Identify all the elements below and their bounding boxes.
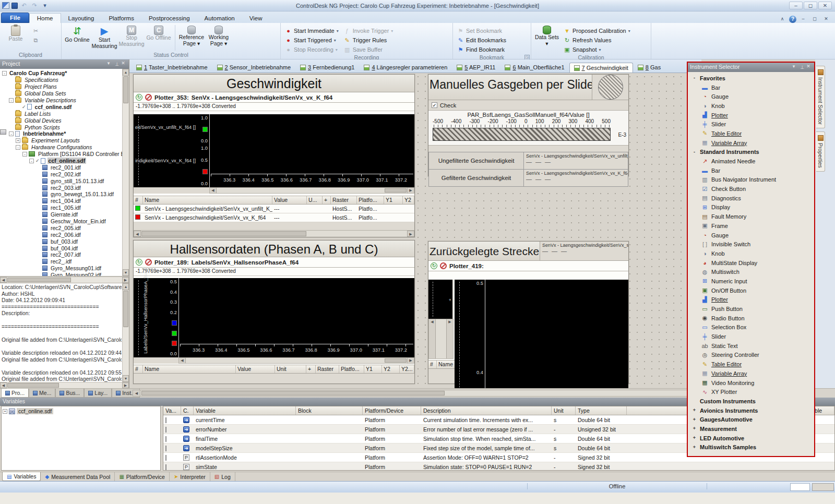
instrument-bus-navigator-instrument[interactable]: ▥Bus Navigator Instrument <box>688 175 814 185</box>
instrument-push-button[interactable]: ▭Push Button <box>688 304 814 314</box>
collapse-icon[interactable]: - <box>9 131 14 136</box>
plot-canvas[interactable]: 336.3336.4336.5336.6336.7336.8336.9337.0… <box>209 114 414 187</box>
collapse-icon[interactable]: - <box>29 159 34 163</box>
trigger-rules-button[interactable]: ✎Trigger Rules <box>342 35 396 45</box>
scroll-left-icon[interactable]: ◀ <box>179 358 186 363</box>
expand-icon[interactable]: + <box>692 408 697 413</box>
collapse-icon[interactable]: - <box>9 98 14 103</box>
help-icon[interactable]: ? <box>789 16 796 23</box>
slider-instrument[interactable]: PAR_BsfLaengs_GasSollManuell_f64/Value [… <box>428 110 628 146</box>
scroll-right-icon[interactable]: ▶ <box>407 188 414 193</box>
instrument-video-monitoring[interactable]: ▦Video Monitoring <box>688 378 814 388</box>
checkbox[interactable] <box>165 455 166 461</box>
instrument-gauge[interactable]: ◔Gauge <box>688 92 814 101</box>
scroll-right-icon[interactable]: ▶ <box>407 231 414 237</box>
tree-item-gierrate-idf[interactable]: Gierrate.idf <box>0 211 122 218</box>
scroll-right-icon[interactable]: ▶ <box>122 382 129 388</box>
ribbon-tab-home[interactable]: Home <box>29 13 61 23</box>
instrument-group-favorites[interactable]: -Favorites <box>688 74 814 83</box>
data-sets-button[interactable]: Data Sets ▾ <box>533 24 560 48</box>
scroll-thumb[interactable] <box>7 383 59 388</box>
go-online-button[interactable]: ⇵Go Online <box>64 24 91 51</box>
mdi-minimize-button[interactable]: – <box>798 16 808 23</box>
pin-icon[interactable]: ⊣ <box>112 61 120 68</box>
ribbon-tab-file[interactable]: File <box>1 13 29 23</box>
no-symbol-icon[interactable] <box>145 259 152 266</box>
tree-item-inbetriebnahme[interactable]: -Inbetriebnahme* <box>0 130 122 137</box>
tree-item-gyro-bewegt-15-01-13-idf[interactable]: gyro_bewegt_15.01.13.idf <box>0 191 122 198</box>
qat-customize-icon[interactable]: ▾ <box>41 2 49 9</box>
instrument-knob[interactable]: ◑Knob <box>688 101 814 111</box>
document-tab-4[interactable]: 4 Längesregler parametrieren <box>359 62 452 73</box>
instrument-radio-button[interactable]: ◉Radio Button <box>688 314 814 323</box>
tree-item-global-data-sets[interactable]: Global Data Sets <box>0 90 122 97</box>
scroll-thumb[interactable] <box>385 358 407 363</box>
check-button[interactable]: ✓ <box>432 102 437 108</box>
scroll-thumb[interactable] <box>123 291 128 327</box>
tree-item-hardware-configurations[interactable]: -Hardware Configurations <box>0 144 122 151</box>
collapse-ribbon-icon[interactable]: ∧ <box>778 16 787 23</box>
instrument-gauge[interactable]: ◔Gauge <box>688 231 814 240</box>
expand-icon[interactable]: + <box>692 426 697 431</box>
document-tab-7[interactable]: 7 Geschwindigkeit <box>569 63 633 73</box>
ribbon-tab-platforms[interactable]: Platforms <box>101 14 141 23</box>
panel-tab-me[interactable]: Me... <box>29 389 55 398</box>
expand-icon[interactable]: + <box>692 445 697 450</box>
ribbon-tab-layouting[interactable]: Layouting <box>61 14 102 23</box>
bottom-tab-measurement-data-pool[interactable]: ◆Measurement Data Pool <box>41 472 115 481</box>
checkbox[interactable] <box>165 446 166 451</box>
document-tab-8[interactable]: 8 Gas <box>633 62 665 73</box>
instrument-group-standard-instruments[interactable]: -Standard Instruments <box>688 148 814 157</box>
stop-recording-button[interactable]: ●Stop Recording▾ <box>283 45 341 54</box>
panel-tab-bus[interactable]: Bus... <box>55 389 84 398</box>
cut-button[interactable]: ✂ <box>30 26 41 35</box>
instrument-variable-array[interactable]: ▦Variable Array <box>688 369 814 378</box>
scroll-thumb[interactable] <box>7 278 71 282</box>
scroll-right-icon[interactable]: ▶ <box>122 277 129 283</box>
panel-menu-icon[interactable]: ▾ <box>105 61 112 68</box>
invoke-trigger-button[interactable]: ƒInvoke Trigger▾ <box>342 26 396 35</box>
paste-button[interactable]: Paste <box>2 24 29 44</box>
plot-canvas[interactable]: 336.3336.4336.5336.6336.7336.8336.9337.0… <box>178 278 414 357</box>
document-tab-1[interactable]: 1 Taster_Inbetriebnahme <box>132 62 212 73</box>
expand-icon[interactable]: + <box>692 436 697 440</box>
instrument-group-custom-instruments[interactable]: Custom Instruments <box>688 397 814 406</box>
plot-horizontal-scrollbar[interactable]: ◀▶ <box>134 357 414 364</box>
scroll-thumb[interactable] <box>141 231 306 236</box>
instrument-animated-needle[interactable]: ↗Animated Needle <box>688 157 814 166</box>
info-horizontal-scrollbar[interactable]: ◀ ▶ <box>0 382 129 388</box>
document-tab-2[interactable]: 2 Sensor_Inbetriebnahme <box>212 62 296 73</box>
reference-page-button[interactable]: Reference Page ▾ <box>178 24 205 48</box>
slider-bar[interactable] <box>433 128 611 141</box>
panel-menu-icon[interactable]: ▾ <box>790 64 797 71</box>
plot-area[interactable]: Labels/SenVx_HallsensorPhaseA_f64 0.50.4… <box>134 278 414 357</box>
plot-horizontal-scrollbar[interactable]: ◀▶ <box>134 187 414 194</box>
set-bookmark-button[interactable]: ⚑Set Bookmark <box>455 26 508 35</box>
side-tab-properties[interactable]: Properties <box>816 131 825 172</box>
mdi-restore-button[interactable]: ◻ <box>810 16 819 23</box>
scroll-left-icon[interactable]: ◀ <box>0 277 7 283</box>
tree-item-rec2-003-idf[interactable]: rec2_003.idf <box>0 184 122 191</box>
plot-area[interactable]: eit/SenVx_vx_unfilt_K_f64 [] 1.00.0 indi… <box>134 114 414 187</box>
signal-row-senvx-laengsgeschwindigkeit-senvx-vx-k-f64[interactable]: SenVx - Laengsgeschwindigkeit/SenVx_vx_K… <box>134 213 414 222</box>
checkbox[interactable] <box>165 417 166 423</box>
save-icon[interactable] <box>11 3 18 9</box>
plot-area[interactable]: [[%UNIT%]] 0.50.40.30.20.10.0 336.4336.6… <box>455 280 628 388</box>
refresh-icon[interactable]: ↻ <box>431 262 437 269</box>
panel-tab-pro[interactable]: Pro... <box>1 389 29 398</box>
redo-icon[interactable]: ↷ <box>30 2 39 9</box>
pin-icon[interactable]: ⊣ <box>797 64 805 71</box>
refresh-icon[interactable]: ↻ <box>136 259 142 266</box>
tree-item-global-devices[interactable]: Global Devices <box>0 117 122 124</box>
workarea-horizontal-scrollbar[interactable]: ◀ ▶ <box>133 390 699 397</box>
save-buffer-button[interactable]: ▥Save Buffer <box>342 45 396 54</box>
ribbon-tab-view[interactable]: View <box>242 14 270 23</box>
find-bookmark-button[interactable]: ⚑Find Bookmark <box>455 45 508 54</box>
mdi-close-button[interactable]: ✕ <box>821 16 831 23</box>
instrument-group-gaugesautomotive[interactable]: +GaugesAutomotive <box>688 415 814 424</box>
tree-item-python-scripts[interactable]: Python Scripts <box>0 124 122 130</box>
instrument-plotter[interactable]: ▟Plotter <box>688 111 814 120</box>
edit-bookmarks-button[interactable]: ✎Edit Bookmarks <box>455 35 508 45</box>
instrument-variable-array[interactable]: ▦Variable Array <box>688 138 814 148</box>
instrument-selection-box[interactable]: ▭Selection Box <box>688 323 814 332</box>
